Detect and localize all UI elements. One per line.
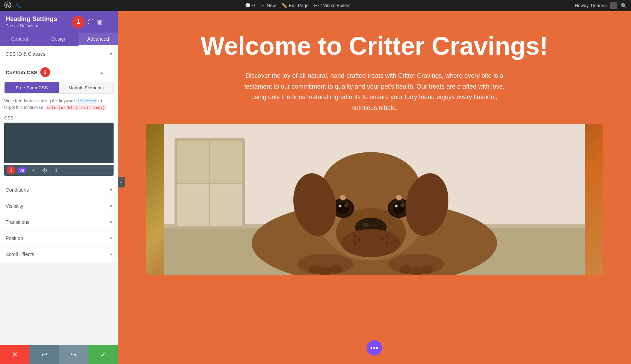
section-position-header[interactable]: Position ▾ [0,231,118,246]
svg-point-27 [340,195,346,200]
exit-visual-builder-button[interactable]: Exit Visual Builder [314,3,351,8]
section-conditions-title: Conditions [6,187,29,193]
svg-text:W: W [6,3,10,8]
panel-tabs: Content Design Advanced [0,33,118,46]
collapse-icon[interactable]: ▴ [100,69,103,76]
section-scroll-effects-title: Scroll Effects [6,252,34,257]
chevron-down-icon-visibility: ▾ [110,203,112,209]
fullscreen-icon[interactable]: ⛶ [88,19,94,25]
svg-point-43 [354,242,356,244]
save-button[interactable]: ✓ [88,345,118,364]
power-icon[interactable]: ⏻ [40,166,49,174]
preview-main-title: Welcome to Critter Cravings! [125,32,624,60]
panel-content: CSS ID & Classes ▾ Custom CSS 2 ▴ ⋮ [0,46,118,345]
section-visibility: Visibility ▾ [0,198,118,214]
panel-header: Heading Settings Preset: Default ▼ 1 ⛶ ▣… [0,11,118,33]
step-badge-3: 3 [7,166,15,174]
main-layout: Heading Settings Preset: Default ▼ 1 ⛶ ▣… [0,11,631,364]
panel-header-actions: 1 ⛶ ▣ ⋮ [72,16,112,28]
css-sub-tabs: Free-Form CSS Module Elements [4,82,114,94]
section-transitions-title: Transitions [6,219,29,225]
ai-button[interactable]: AI [18,167,26,173]
section-css-id-classes-header[interactable]: CSS ID & Classes ▾ [0,46,118,62]
panel-footer: ✕ ↩ ↪ ✓ [0,345,118,364]
undo-icon: ↩ [41,350,47,359]
section-transitions: Transitions ▾ [0,214,118,230]
left-panel: Heading Settings Preset: Default ▼ 1 ⛶ ▣… [0,11,118,364]
sub-tab-module-elements[interactable]: Module Elements [59,82,113,93]
section-visibility-header[interactable]: Visibility ▾ [0,198,118,214]
chevron-down-icon-scroll: ▾ [110,252,112,257]
new-button[interactable]: ＋ New [260,2,276,9]
resize-handle[interactable]: ↔ [118,177,125,187]
custom-css-title: Custom CSS [6,69,38,75]
section-visibility-title: Visibility [6,203,23,209]
section-css-id-classes: CSS ID & Classes ▾ [0,46,118,62]
comment-count: 0 [252,3,255,8]
admin-bar: W 🐾 💬 0 ＋ New ✏️ Edit Page Exit Visual B… [0,0,631,11]
section-css-id-classes-title: CSS ID & Classes [6,51,46,57]
svg-point-42 [358,239,360,241]
svg-point-45 [382,239,384,241]
dropdown-icon[interactable]: ▼ [35,24,38,28]
more-options-icon[interactable]: ⋮ [106,18,112,26]
tab-advanced[interactable]: Advanced [79,33,118,46]
right-content: Welcome to Critter Cravings! Discover th… [118,11,631,364]
svg-point-28 [396,195,402,200]
redo-button[interactable]: ↪ [59,345,88,364]
admin-bar-center: 💬 0 ＋ New ✏️ Edit Page Exit Visual Build… [27,2,569,9]
edit-page-button[interactable]: ✏️ Edit Page [281,3,308,8]
user-greeting: Howdy, Deanna [575,3,607,8]
svg-point-44 [386,235,388,237]
redo-icon: ↪ [71,350,77,359]
svg-point-25 [400,203,405,207]
svg-point-41 [354,235,356,237]
section-scroll-effects-header[interactable]: Scroll Effects ▾ [0,247,118,262]
more-icon[interactable]: ⋮ [106,68,112,76]
css-editor-wrapper: 3 AI ＋ ⏻ ⇅ [4,123,114,176]
wp-logo-icon[interactable]: W [4,1,11,10]
admin-bar-left: W 🐾 [4,1,21,10]
chevron-down-icon-conditions: ▾ [110,187,112,193]
undo-button[interactable]: ↩ [29,345,59,364]
section-transitions-header[interactable]: Transitions ▾ [0,214,118,230]
css-label: CSS [0,114,118,123]
chevron-down-icon: ▾ [110,51,112,57]
panel-title-area: Heading Settings Preset: Default ▼ [6,15,57,28]
svg-point-20 [344,203,348,207]
comments-link[interactable]: 💬 0 [245,3,255,8]
example-code: selector h1 {color: red;} [46,105,107,110]
preview-area: Welcome to Critter Cravings! Discover th… [118,11,631,364]
tab-design[interactable]: Design [39,33,79,46]
resize-icon: ↔ [119,180,123,185]
cancel-button[interactable]: ✕ [0,345,29,364]
section-conditions: Conditions ▾ [0,182,118,198]
svg-point-38 [421,265,433,274]
tab-content[interactable]: Content [0,33,39,46]
search-icon[interactable]: 🔍 [621,3,627,8]
section-custom-css: Custom CSS 2 ▴ ⋮ Free-Form CSS Module El… [0,62,118,181]
section-position: Position ▾ [0,231,118,246]
css-editor-input[interactable] [4,123,114,163]
save-icon: ✓ [100,350,106,359]
admin-bar-right: Howdy, Deanna 🔍 [575,2,627,9]
svg-point-26 [395,205,398,207]
pencil-icon: ✏️ [281,3,287,8]
css-editor-toolbar: 3 AI ＋ ⏻ ⇅ [4,165,114,176]
user-avatar [610,2,617,9]
layout-icon[interactable]: ▣ [97,19,102,25]
cancel-icon: ✕ [12,350,18,359]
section-conditions-header[interactable]: Conditions ▾ [0,182,118,198]
sort-icon[interactable]: ⇅ [52,166,60,174]
comment-icon: 💬 [245,3,251,8]
site-icon[interactable]: 🐾 [15,3,21,8]
sub-tab-free-form[interactable]: Free-Form CSS [5,82,59,93]
svg-point-36 [400,265,412,274]
add-icon[interactable]: ＋ [29,166,38,174]
section-position-title: Position [6,235,23,241]
step-badge-2: 2 [40,67,50,77]
floating-action-button[interactable]: ••• [367,340,382,356]
step-badge-1: 1 [72,16,84,28]
preview-description: Discover the joy of all-natural, hand-cr… [241,70,508,113]
selector-keyword: selector [76,98,97,104]
